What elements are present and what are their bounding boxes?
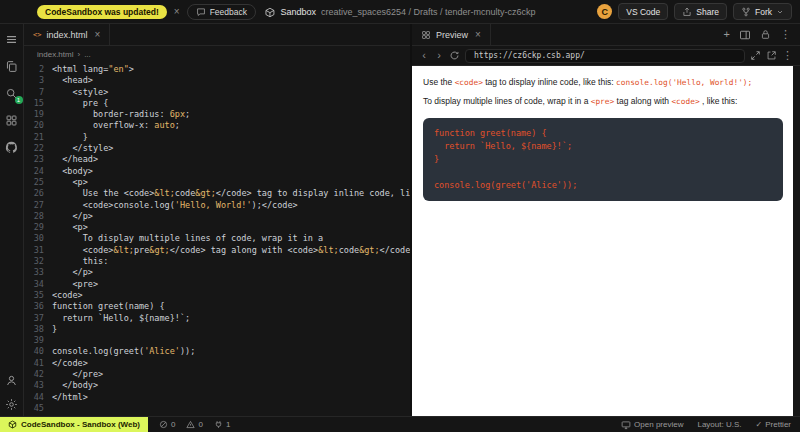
errors-icon [159,420,168,429]
plug-icon [214,420,223,429]
code-line: 37 return `Hello, ${name}!`; [24,313,410,324]
close-tab-icon[interactable]: × [94,29,100,40]
fork-button[interactable]: Fork [733,3,792,20]
code-line: 44</html> [24,392,410,403]
add-tab-icon[interactable]: + [724,29,730,40]
ports-indicator[interactable]: 1 [214,420,230,429]
breadcrumb-file[interactable]: index.html [37,50,73,59]
update-banner-text: CodeSandbox was updated! [45,7,159,17]
project-breadcrumb[interactable]: Sandbox creative_spaces6254 / Drafts / t… [264,0,535,24]
feedback-button[interactable]: Feedback [187,4,256,20]
code-line: 3 <head> [24,75,410,86]
github-icon[interactable] [5,140,19,154]
errors-count: 0 [171,420,175,429]
fork-icon [741,7,751,17]
fork-label: Fork [755,7,772,17]
vscode-label: VS Code [626,7,660,17]
preview-url-bar: ‹ › https://cz6ckp.csb.app/ ⋮ [412,46,800,66]
open-preview-button[interactable]: Open preview [621,420,683,430]
header-left: CodeSandbox was updated! × Feedback [0,4,256,20]
prettier-indicator[interactable]: ✓ Prettier [756,420,792,429]
lock-icon[interactable] [760,29,771,40]
code-line: 27 <code>console.log('Hello, World!');</… [24,200,410,211]
app-header: CodeSandbox was updated! × Feedback Sand… [0,0,800,24]
preview-paragraphs: Use the <code> tag to display inline cod… [423,77,783,106]
close-preview-tab-icon[interactable]: × [475,29,481,40]
code-editor[interactable]: 2<html lang="en">3 <head>7 <style>15 pre… [24,62,410,416]
code-line: 39 [24,335,410,346]
files-icon[interactable] [5,59,19,73]
code-line: 22 </style> [24,143,410,154]
tab-index-html[interactable]: <> index.html × [24,24,110,45]
preview-tab-actions: + ⋮ [724,24,800,45]
share-icon [682,7,692,17]
status-bar: CodeSandbox - Sandbox (Web) 0 0 1 Open p… [0,416,800,432]
editor-pane: <> index.html × index.html › ... 2<html … [24,24,410,416]
sandbox-environment-badge[interactable]: CodeSandbox - Sandbox (Web) [0,417,148,432]
errors-indicator[interactable]: 0 [159,420,175,429]
code-line: 21 } [24,132,410,143]
preview-tab-label: Preview [436,30,468,40]
refresh-icon[interactable] [449,50,460,61]
menu-icon[interactable] [5,32,19,46]
warnings-count: 0 [198,420,202,429]
code-line: 40console.log(greet('Alice')); [24,346,410,357]
search-badge: 1 [15,96,23,104]
code-line: 32 this: [24,256,410,267]
account-icon[interactable] [5,373,19,387]
code-line: 19 border-radius: 6px; [24,109,410,120]
preview-scrollbar[interactable] [793,66,800,416]
code-line: 15 pre { [24,98,410,109]
code-lines: 2<html lang="en">3 <head>7 <style>15 pre… [24,64,410,414]
code-line: 42 </pre> [24,369,410,380]
chevron-down-icon [776,8,784,16]
activity-bar-top: 1 [5,32,19,154]
preview-pane: Preview × + ⋮ ‹ › https://cz6ckp.csb.app… [410,24,800,416]
vscode-button[interactable]: VS Code [618,3,668,20]
back-icon[interactable]: ‹ [419,50,429,61]
monitor-icon [621,420,631,430]
status-bar-right: Open preview Layout: U.S. ✓ Prettier [621,420,800,430]
warning-icon [186,420,195,429]
check-icon: ✓ [756,420,763,429]
preview-code-block: function greet(name) { return `Hello, ${… [423,118,783,201]
codesandbox-logo-icon [8,420,17,429]
avatar[interactable]: C [597,4,612,19]
url-input[interactable]: https://cz6ckp.csb.app/ [465,49,745,63]
prettier-label: Prettier [765,420,791,429]
columns-icon[interactable] [739,29,751,41]
inline-code: <pre> [591,97,614,106]
tab-preview[interactable]: Preview × [412,24,491,45]
url-menu-icon[interactable]: ⋮ [782,50,793,61]
keyboard-layout-indicator[interactable]: Layout: U.S. [697,420,741,429]
breadcrumb-more[interactable]: ... [84,50,91,59]
header-right: C VS Code Share Fork [597,3,800,20]
apps-icon[interactable] [5,113,19,127]
editor-tab-bar: <> index.html × [24,24,410,46]
preview-content: Use the <code> tag to display inline cod… [412,66,793,416]
expand-icon[interactable] [750,50,761,61]
dismiss-update-icon[interactable]: × [174,7,180,17]
forward-icon[interactable]: › [434,50,444,61]
breadcrumb: index.html › ... [24,46,410,62]
more-vertical-icon[interactable]: ⋮ [780,29,791,40]
project-path: creative_spaces6254 / Drafts / tender-mc… [321,7,536,17]
settings-gear-icon[interactable] [5,397,19,411]
preview-paragraph: Use the <code> tag to display inline cod… [423,77,783,87]
code-line: 34 <pre> [24,279,410,290]
open-external-icon[interactable] [766,50,777,61]
code-line: 26 Use the <code>&lt;code&gt;</code> tag… [24,188,410,199]
update-banner[interactable]: CodeSandbox was updated! [37,5,167,19]
code-line: 29 <p> [24,222,410,233]
code-line: 33 </p> [24,267,410,278]
warnings-indicator[interactable]: 0 [186,420,202,429]
search-icon[interactable]: 1 [5,86,19,100]
ports-count: 1 [226,420,230,429]
environment-label: CodeSandbox - Sandbox (Web) [21,420,140,429]
code-line: 30 To display multiple lines of code, wr… [24,233,410,244]
code-line: 20 overflow-x: auto; [24,120,410,131]
code-line: 41</code> [24,358,410,369]
share-button[interactable]: Share [674,3,727,20]
code-line: 24 <body> [24,166,410,177]
breadcrumb-separator: › [77,50,80,59]
